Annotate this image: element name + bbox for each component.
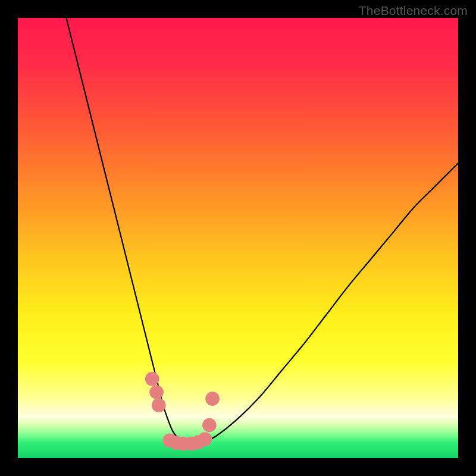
- chart-frame: TheBottleneck.com: [0, 0, 476, 476]
- watermark-text: TheBottleneck.com: [359, 4, 468, 18]
- curve-marker: [149, 385, 164, 399]
- curve-marker: [198, 432, 212, 446]
- curve-markers: [145, 372, 220, 450]
- plot-area: [18, 18, 458, 458]
- curve-marker: [152, 398, 166, 412]
- curve-marker: [145, 372, 159, 386]
- curve-marker: [205, 392, 220, 406]
- bottleneck-curve: [66, 18, 458, 445]
- curve-marker: [202, 418, 217, 433]
- chart-overlay: [18, 18, 458, 458]
